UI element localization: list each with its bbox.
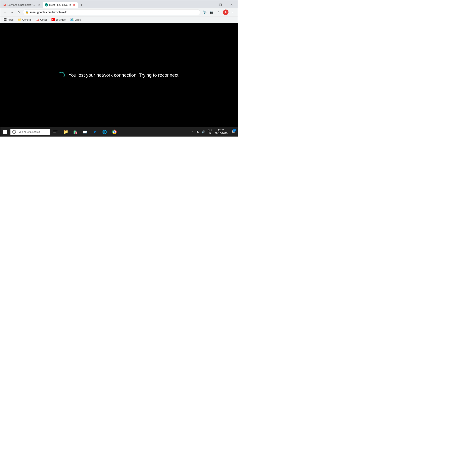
network-tray-icon[interactable]: 🖧 <box>195 129 200 135</box>
maps-bm-icon: 🗺️ <box>70 18 73 21</box>
meet-content-area: You lost your network connection. Trying… <box>0 23 238 127</box>
minimize-button[interactable]: — <box>204 2 215 8</box>
clock-date: 22-10-2020 <box>215 132 228 135</box>
mail-taskbar-icon: ✉️ <box>83 129 88 134</box>
taskbar-store[interactable]: 🛍️ <box>71 127 80 136</box>
chrome-window: M New announcement: "Good afte... ✕ M Me… <box>0 0 238 137</box>
taskview-icon <box>53 131 57 133</box>
bookmark-youtube[interactable]: YouTube <box>50 18 67 22</box>
close-button[interactable]: ✕ <box>226 2 237 8</box>
forward-button[interactable]: → <box>9 10 15 15</box>
tab-list: M New announcement: "Good afte... ✕ M Me… <box>0 0 85 8</box>
screenshot-icon[interactable]: 📷 <box>208 9 215 15</box>
tab-close-meet[interactable]: ✕ <box>72 3 76 7</box>
speaker-tray-icon[interactable]: 🔊 <box>201 129 206 135</box>
new-tab-button[interactable]: + <box>78 2 85 8</box>
reconnect-message: You lost your network connection. Trying… <box>58 72 180 78</box>
bookmark-general-label: General <box>22 18 31 21</box>
clock-time: 12:20 <box>218 129 224 132</box>
back-button[interactable]: ← <box>2 10 8 15</box>
reconnect-spinner <box>58 72 65 78</box>
tab-meet[interactable]: M Meet - bex-pbvo-jkt ✕ <box>43 2 78 8</box>
gmail-bm-icon: M <box>36 18 39 21</box>
meet-favicon: M <box>45 3 48 6</box>
title-bar: M New announcement: "Good afte... ✕ M Me… <box>0 0 238 8</box>
lock-icon: 🔒 <box>26 11 29 14</box>
folder-bm-icon: 📁 <box>18 18 21 21</box>
address-bar: ← → ↻ 🔒 meet.google.com/bex-pbvo-jkt 📡 📷… <box>0 8 238 16</box>
taskbar-ie[interactable]: 🌐 <box>100 127 109 136</box>
taskbar-search[interactable]: Type here to search <box>10 129 50 135</box>
bookmark-gmail-label: Gmail <box>40 18 47 21</box>
store-taskbar-icon: 🛍️ <box>73 129 78 134</box>
windows-logo-icon <box>3 130 7 134</box>
reconnect-text: You lost your network connection. Trying… <box>68 73 180 78</box>
notification-button[interactable]: 2 <box>229 127 237 136</box>
start-button[interactable] <box>0 127 10 136</box>
bookmark-maps[interactable]: 🗺️ Maps <box>69 18 82 22</box>
folder-taskbar-icon: 📁 <box>63 129 68 134</box>
language-code: ENG <box>208 129 212 132</box>
language-region: IN <box>208 132 212 135</box>
taskbar-apps: 📁 🛍️ ✉️ e <box>61 127 119 136</box>
clock[interactable]: 12:20 22-10-2020 <box>214 129 228 135</box>
reload-button[interactable]: ↻ <box>16 10 22 15</box>
ie-taskbar-icon: 🌐 <box>102 129 107 134</box>
tab-title-gmail: New announcement: "Good afte... <box>7 3 36 6</box>
taskbar-right: ^ 🖧 🔊 ENG IN 12:20 22-10-2020 <box>192 127 238 136</box>
bookmark-apps-label: Apps <box>8 18 14 21</box>
apps-grid-icon <box>3 18 7 21</box>
gmail-favicon: M <box>3 3 6 6</box>
language-indicator[interactable]: ENG IN <box>207 129 213 135</box>
taskbar-edge[interactable]: e <box>90 127 100 136</box>
search-circle-icon <box>12 130 16 134</box>
tray-overflow-arrow[interactable]: ^ <box>192 131 194 133</box>
bookmark-apps[interactable]: Apps <box>2 18 15 22</box>
tab-gmail[interactable]: M New announcement: "Good afte... ✕ <box>1 2 43 8</box>
svg-rect-3 <box>5 20 6 21</box>
maximize-button[interactable]: ❐ <box>215 2 226 8</box>
youtube-bm-icon <box>51 18 55 21</box>
tray-icons: 🖧 🔊 <box>195 129 206 135</box>
taskbar-explorer[interactable]: 📁 <box>61 127 70 136</box>
tab-title-meet: Meet - bex-pbvo-jkt <box>49 3 71 6</box>
bookmark-youtube-label: YouTube <box>56 18 66 21</box>
bookmark-maps-label: Maps <box>74 18 81 21</box>
toolbar-icons: 📡 📷 ☆ <box>202 9 221 15</box>
taskbar: Type here to search 📁 🛍️ <box>0 127 238 136</box>
taskbar-chrome[interactable] <box>110 127 119 136</box>
edge-taskbar-icon: e <box>92 129 97 134</box>
bookmarks-bar: Apps 📁 General M Gmail YouTube 🗺️ Maps <box>0 16 238 23</box>
window-controls: — ❐ ✕ <box>204 2 238 8</box>
chrome-menu-button[interactable]: ⋮ <box>230 10 236 15</box>
svg-rect-2 <box>4 20 5 21</box>
url-text: meet.google.com/bex-pbvo-jkt <box>30 11 68 14</box>
cast-icon[interactable]: 📡 <box>202 9 208 15</box>
taskview-button[interactable] <box>51 127 60 136</box>
url-bar[interactable]: 🔒 meet.google.com/bex-pbvo-jkt <box>23 9 200 15</box>
svg-rect-1 <box>5 18 6 19</box>
search-placeholder: Type here to search <box>17 130 40 133</box>
svg-rect-0 <box>4 18 5 19</box>
notification-count: 2 <box>233 129 236 132</box>
bookmark-gmail[interactable]: M Gmail <box>34 18 48 22</box>
profile-avatar[interactable]: A <box>223 10 228 15</box>
bookmark-general[interactable]: 📁 General <box>17 18 33 22</box>
chrome-taskbar-icon <box>112 129 117 134</box>
tab-close-gmail[interactable]: ✕ <box>37 3 41 7</box>
taskbar-mail[interactable]: ✉️ <box>81 127 90 136</box>
bookmark-icon[interactable]: ☆ <box>216 9 221 15</box>
